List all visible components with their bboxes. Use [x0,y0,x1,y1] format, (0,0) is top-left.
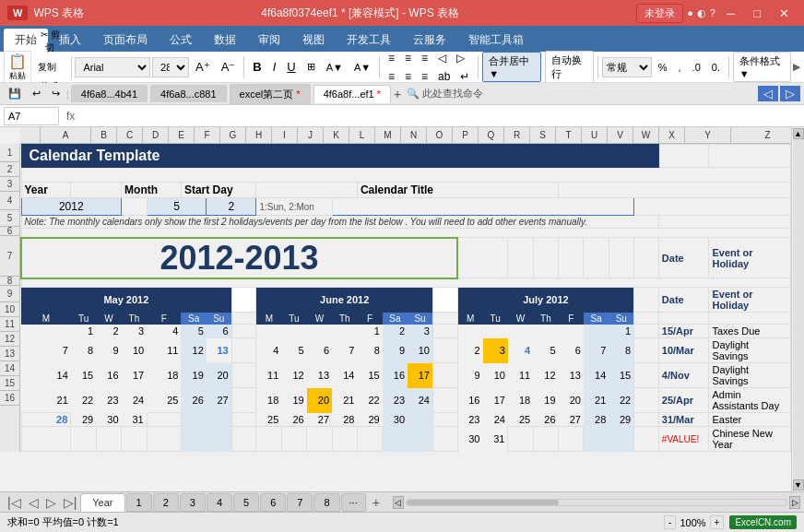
indent-increase[interactable]: ▷ [452,49,469,67]
zoom-out-button[interactable]: - [664,515,676,529]
jun-r1c2 [281,325,306,338]
table-row: 14 15 16 17 18 19 20 11 12 13 [21,363,791,388]
save-button[interactable]: 💾 [4,85,26,102]
sheet-tab-5[interactable]: 5 [233,493,259,512]
scroll-down-btn[interactable]: ▼ [793,479,804,491]
underline-button[interactable]: U [282,57,300,77]
align-left[interactable]: ≡ [384,49,399,67]
file-tab-1[interactable]: 4f6a8...4b41 [71,85,148,102]
tab-review[interactable]: 审阅 [247,29,291,52]
font-color-button[interactable]: A▼ [349,59,375,76]
font-size-down[interactable]: A⁻ [217,57,241,77]
sheet-tab-3[interactable]: 3 [180,493,206,512]
jun-r6c5 [357,427,382,452]
jun-r4c2: 19 [281,388,306,413]
file-tab-excel2[interactable]: excel第二页 * [230,84,311,104]
percent-button[interactable]: % [654,59,672,76]
startday-value-cell[interactable]: 2 [207,198,256,216]
copy-button[interactable]: 复制 [33,58,67,77]
align-group: ≡ ≡ ≡ ◁ ▷ ≡ ≡ ≡ ab ↵ [384,49,474,86]
align-right[interactable]: ≡ [417,49,432,67]
sheet-nav-first[interactable]: |◁ [4,495,25,510]
sheet-tab-8[interactable]: 8 [313,493,339,512]
italic-button[interactable]: I [268,57,281,77]
hscroll-right-btn[interactable]: ▷ [789,496,800,509]
redo-button[interactable]: ↪ [47,85,65,102]
more-btn[interactable]: ▶ [793,61,800,73]
jun-r6c3 [307,427,332,452]
scroll-up-btn[interactable]: ▲ [793,128,804,139]
row-num-5: 5 [0,210,19,227]
paste-button[interactable]: 📋 粘贴 [4,51,31,84]
search-cmd[interactable]: 🔍 此处查找命令 [407,87,483,100]
table-row: 7 8 9 10 11 12 13 4 5 6 [21,338,791,363]
sheet-nav-prev[interactable]: ◁ [25,495,42,510]
bold-button[interactable]: B [248,57,266,77]
file-tab-active[interactable]: 4f6a8f...ef1 * [313,85,391,103]
cell-x14 [634,388,659,413]
number-format-select[interactable]: 常规 [602,57,652,77]
sheet-tab-6[interactable]: 6 [260,493,286,512]
more-sheets-button[interactable]: ··· [341,493,366,512]
tab-view[interactable]: 视图 [291,29,336,52]
table-row: May 2012 June 2012 July 2012 Date Event … [21,288,791,313]
month-value-cell[interactable]: 5 [147,198,207,216]
sheet-nav-last[interactable]: ▷| [60,495,81,510]
year-value-cell[interactable]: 2012 [21,198,122,216]
cut-button[interactable]: ✂ 剪切 [33,26,67,57]
auto-wrap-button[interactable]: 自动换行 [545,51,594,84]
sheet-tab-year[interactable]: Year [80,493,124,512]
undo-button[interactable]: ↩ [28,85,45,102]
jul-r4c3: 18 [508,388,533,413]
font-size-up[interactable]: A⁺ [191,57,215,77]
sheet-tab-2[interactable]: 2 [153,493,179,512]
prev-sheet-button[interactable]: ◁ [758,86,778,101]
align-center[interactable]: ≡ [400,49,416,67]
comma-button[interactable]: , [674,59,686,76]
jul-r6c2: 31 [483,427,508,452]
zoom-in-button[interactable]: + [710,515,725,529]
formula-input[interactable]: =IF($E$4=1,A4,A4&"-"&A4+1) [82,111,800,122]
login-button[interactable]: 未登录 [636,4,683,23]
tab-layout[interactable]: 页面布局 [92,29,159,52]
col-Y: Y [685,127,731,143]
font-select[interactable]: Arial [75,57,150,77]
hscroll-left-btn[interactable]: ◁ [393,496,404,509]
hscroll-track[interactable] [406,499,787,506]
sheet-tab-1[interactable]: 1 [126,493,152,512]
table-row: 21 22 23 24 25 26 27 18 19 20 [21,388,791,413]
scroll-track[interactable] [793,139,804,479]
row-num-7: 7 [0,236,19,277]
decimal-decrease[interactable]: 0. [707,59,725,76]
sheet-tab-4[interactable]: 4 [207,493,232,512]
minimize-button[interactable]: ─ [719,5,742,22]
file-tab-2[interactable]: 4f6a8...c881 [150,85,227,102]
title-icon-3: ? [710,7,715,18]
caltitle-value-cell[interactable] [332,198,634,216]
title-icon-1: ● [687,7,693,18]
may-tu: Tu [71,313,96,325]
cell-reference-input[interactable] [4,107,59,125]
font-size-select[interactable]: 28 [152,57,189,77]
next-sheet-button[interactable]: ▷ [780,86,800,101]
jun-r1c5: 1 [357,325,382,338]
sheet-nav-next[interactable]: ▷ [42,495,60,510]
indent-decrease[interactable]: ◁ [433,49,451,67]
jun-r3c3: 13 [307,363,332,388]
tab-data[interactable]: 数据 [203,29,247,52]
border-button[interactable]: ⊞ [302,58,320,76]
add-sheet-button[interactable]: + [367,493,385,512]
new-file-button[interactable]: + [394,87,401,101]
app-name: WPS 表格 [33,6,84,21]
close-button[interactable]: ✕ [772,5,797,22]
fill-color-button[interactable]: A▼ [322,59,348,76]
decimal-increase[interactable]: .0 [688,59,705,76]
scrollbar-right[interactable]: ▲ ▼ [791,127,804,491]
maximize-button[interactable]: □ [746,5,768,22]
may-r2c6: 12 [181,338,206,363]
condition-format-button[interactable]: 条件格式▼ [733,52,791,82]
merge-center-button[interactable]: 合并居中▼ [482,52,540,82]
sheet-tab-7[interactable]: 7 [287,493,313,512]
tab-formula[interactable]: 公式 [159,29,203,52]
may-r6c2 [71,427,96,452]
